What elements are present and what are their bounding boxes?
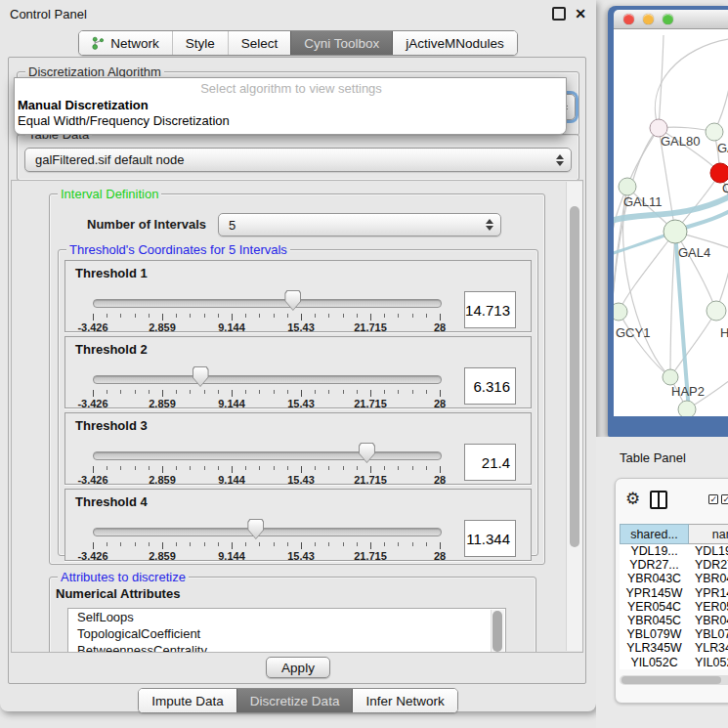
cell-name[interactable]: YER054C — [689, 600, 728, 614]
table-row[interactable]: YLR345WYLR345W — [620, 641, 728, 655]
tab-discretize-data[interactable]: Discretize Data — [236, 689, 353, 712]
cell-shared-name[interactable]: YIL052C — [620, 656, 689, 669]
cell-shared-name[interactable]: YPR145W — [620, 586, 689, 600]
algorithm-dropdown-popup: Select algorithm to view settings Manual… — [14, 77, 567, 135]
threshold-value-field[interactable]: 21.4 — [464, 444, 516, 481]
slider-tick — [135, 390, 136, 394]
slider-thumb[interactable] — [193, 366, 209, 387]
zoom-traffic-light[interactable] — [663, 14, 673, 24]
cell-name[interactable]: YDL19... — [689, 544, 728, 558]
threshold-value-field[interactable]: 6.316 — [464, 367, 516, 405]
column-header-shared-name[interactable]: shared... — [620, 524, 689, 544]
table-row[interactable]: YBR043CYBR043C — [620, 572, 728, 585]
combo-stepper-icon — [556, 154, 564, 166]
number-of-intervals-combobox[interactable]: 5 — [218, 213, 501, 236]
close-icon[interactable]: ✕ — [575, 7, 586, 21]
slider-tick — [176, 314, 177, 318]
cell-shared-name[interactable]: YBR043C — [620, 572, 689, 585]
dropdown-option-equal-width-frequency[interactable]: Equal Width/Frequency Discretization — [17, 113, 566, 129]
slider-tick-label: 15.43 — [287, 321, 315, 333]
threshold-label: Threshold 3 — [75, 418, 148, 433]
thresholds-group-label: Threshold's Coordinates for 5 Intervals — [66, 242, 290, 257]
table-row[interactable]: YER054CYER054C — [620, 600, 728, 614]
cell-name[interactable]: YIL052C — [689, 656, 728, 669]
cell-shared-name[interactable]: YDL19... — [620, 544, 689, 558]
network-node-h[interactable] — [707, 301, 726, 321]
tab-cyni-toolbox[interactable]: Cyni Toolbox — [290, 31, 392, 55]
table-panel-region: Table Panel ⚙ ✓ ✓ shared... name YDL19..… — [596, 437, 728, 728]
cell-shared-name[interactable]: YLR345W — [620, 641, 689, 655]
attribute-item-topologicalcoefficient[interactable]: TopologicalCoefficient — [68, 625, 505, 642]
table-hscrollbar-thumb[interactable] — [621, 676, 721, 684]
slider-tick — [218, 390, 219, 394]
tab-network[interactable]: Network — [79, 31, 172, 55]
close-traffic-light[interactable] — [623, 14, 634, 24]
table-row[interactable]: YPR145WYPR145W — [620, 586, 728, 600]
cell-name[interactable]: YBR043C — [689, 572, 728, 585]
table-row[interactable]: YDL19...YDL19... — [620, 544, 728, 558]
network-node-hap2[interactable] — [663, 369, 678, 385]
cell-name[interactable]: YLR345W — [689, 641, 728, 655]
checkbox-icons: ✓ ✓ — [708, 494, 728, 504]
cell-shared-name[interactable]: YER054C — [620, 600, 689, 614]
attributes-scrollbar-thumb[interactable] — [492, 611, 502, 652]
attributes-scrollbar[interactable] — [491, 610, 504, 653]
network-node-gcy1[interactable] — [614, 303, 627, 321]
slider-tick — [259, 542, 260, 546]
table-row[interactable]: YBR045CYBR045C — [620, 614, 728, 627]
table-data-combobox[interactable]: galFiltered.sif default node — [24, 148, 572, 172]
cell-shared-name[interactable]: YDR27... — [620, 558, 689, 572]
apply-button[interactable]: Apply — [266, 657, 330, 678]
node-label: GAL11 — [623, 194, 663, 209]
tab-impute-data[interactable]: Impute Data — [139, 689, 236, 712]
dropdown-option-manual-discretization[interactable]: Manual Discretization — [17, 98, 566, 113]
slider-thumb[interactable] — [247, 519, 264, 539]
table-horizontal-scrollbar[interactable] — [620, 675, 728, 685]
top-tab-bar: NetworkStyleSelectCyni ToolboxjActiveMNo… — [0, 30, 596, 56]
slider-track[interactable] — [93, 375, 442, 384]
cell-shared-name[interactable]: YBR045C — [620, 614, 689, 627]
network-node[interactable] — [678, 401, 696, 416]
checkbox-icon[interactable]: ✓ — [721, 494, 728, 504]
slider-track[interactable] — [93, 451, 442, 460]
float-window-icon[interactable] — [552, 7, 566, 21]
tab-select[interactable]: Select — [228, 31, 291, 55]
table-row[interactable]: YIL052CYIL052C — [620, 656, 728, 669]
minimize-traffic-light[interactable] — [643, 14, 654, 24]
tab-style[interactable]: Style — [172, 31, 228, 55]
cell-name[interactable]: YPR145W — [689, 586, 728, 600]
network-node-c[interactable] — [710, 163, 728, 183]
slider-track[interactable] — [93, 299, 442, 308]
cell-name[interactable]: YBL079W — [689, 627, 728, 641]
tab-label: Style — [186, 36, 215, 51]
tab-label: Discretize Data — [250, 694, 340, 708]
tab-infer-network[interactable]: Infer Network — [352, 689, 456, 712]
tab-jactivemnodules[interactable]: jActiveMNodules — [392, 31, 517, 55]
slider-track[interactable] — [93, 528, 442, 536]
table-row[interactable]: YBL079WYBL079W — [620, 627, 728, 641]
network-node-ga[interactable] — [706, 123, 723, 141]
table-row[interactable]: YDR27...YDR27... — [620, 558, 728, 572]
network-canvas[interactable]: GAL80GACGAL11GAL4GCY1HHAP2 — [614, 29, 728, 416]
node-table: shared... name YDL19...YDL19...YDR27...Y… — [620, 524, 728, 669]
network-node-gal11[interactable] — [619, 178, 636, 195]
checkbox-icon[interactable]: ✓ — [708, 494, 718, 504]
gear-icon[interactable]: ⚙ — [625, 491, 640, 508]
slider-tick-label: 15.43 — [287, 398, 315, 409]
cell-name[interactable]: YBR045C — [689, 614, 728, 627]
main-scrollbar-thumb[interactable] — [570, 206, 579, 547]
slider-tick — [274, 542, 275, 546]
cell-shared-name[interactable]: YBL079W — [620, 627, 689, 641]
threshold-value-field[interactable]: 14.713 — [464, 291, 516, 328]
attribute-item-selfloops[interactable]: SelfLoops — [68, 609, 505, 625]
slider-thumb[interactable] — [359, 443, 375, 463]
column-layout-icon[interactable] — [650, 491, 667, 509]
main-vertical-scrollbar[interactable] — [566, 182, 582, 651]
column-header-name[interactable]: name — [689, 524, 728, 544]
tab-label: Cyni Toolbox — [304, 36, 379, 51]
cell-name[interactable]: YDR27... — [689, 558, 728, 572]
network-node-gal4[interactable] — [664, 220, 687, 243]
threshold-value-field[interactable]: 11.344 — [464, 520, 516, 557]
attribute-item-betweennesscentrality[interactable]: BetweennessCentrality — [68, 642, 505, 653]
slider-thumb[interactable] — [284, 290, 301, 311]
